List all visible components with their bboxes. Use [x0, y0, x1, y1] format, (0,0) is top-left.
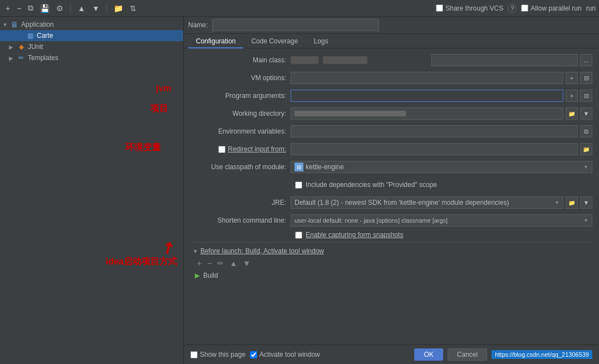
- program-args-input[interactable]: [291, 90, 563, 102]
- vm-options-row: VM options: + ⊟: [190, 71, 592, 85]
- add-config-button[interactable]: +: [3, 3, 12, 14]
- main-class-label: Main class:: [190, 56, 291, 64]
- main-class-grey-1: [291, 56, 318, 64]
- classpath-module-dropdown[interactable]: ▤ kettle-engine ▼: [291, 161, 592, 173]
- redirect-input-checkbox[interactable]: [218, 146, 225, 153]
- toolbar-right: Share through VCS ? Allow parallel run r…: [436, 4, 596, 13]
- main-toolbar: + − ⧉ 💾 ⚙ ▲ ▼ 📁 ⇅ Share through VCS ? Al…: [0, 0, 599, 17]
- redirect-input-field[interactable]: [291, 143, 578, 155]
- name-input[interactable]: [212, 19, 379, 31]
- ok-button[interactable]: OK: [414, 348, 443, 361]
- include-deps-row: Include dependencies with "Provided" sco…: [190, 178, 592, 192]
- working-dir-label: Working directory:: [190, 110, 291, 117]
- before-launch-collapse-icon[interactable]: ▼: [193, 248, 198, 254]
- classpath-module-control: ▤ kettle-engine ▼: [291, 161, 592, 173]
- activate-tool-checkbox[interactable]: [250, 351, 257, 358]
- main-class-grey-2: [323, 56, 367, 64]
- sidebar-item-templates[interactable]: ▶ ✏ Templates: [0, 52, 183, 63]
- shorten-cmd-arrow-icon: ▼: [583, 218, 588, 223]
- jre-label: JRE:: [190, 199, 291, 206]
- include-deps-checkbox[interactable]: [295, 181, 302, 189]
- main-class-value-area: [291, 56, 429, 64]
- vm-options-control: + ⊟: [291, 72, 592, 84]
- cancel-button[interactable]: Cancel: [448, 348, 487, 361]
- jre-value: Default (1.8 (2) - newest SDK from 'kett…: [294, 199, 554, 206]
- save-config-button[interactable]: 💾: [38, 3, 52, 14]
- tab-code-coverage[interactable]: Code Coverage: [243, 35, 306, 48]
- sidebar-item-carte-label: Carte: [37, 32, 53, 40]
- vm-options-input[interactable]: [291, 72, 563, 84]
- jre-browse-button[interactable]: 📁: [566, 196, 578, 209]
- enable-capturing-label[interactable]: Enable capturing form snapshots: [306, 231, 403, 239]
- copy-config-button[interactable]: ⧉: [26, 2, 36, 14]
- env-vars-input[interactable]: [291, 125, 578, 137]
- show-page-container: Show this page: [190, 351, 246, 358]
- working-dir-display: [291, 107, 563, 120]
- env-annotation: 环境变量: [125, 142, 161, 154]
- working-dir-browse-button[interactable]: 📁: [566, 107, 578, 120]
- vm-options-expand-button[interactable]: +: [566, 72, 578, 84]
- program-args-row: Program arguments: + ⊟: [190, 88, 592, 103]
- bl-edit-button[interactable]: ✏: [215, 258, 226, 268]
- jre-dropdown-btn[interactable]: ▼: [580, 196, 592, 209]
- settings-button[interactable]: ⚙: [54, 3, 66, 14]
- program-args-expand2-button[interactable]: ⊟: [580, 90, 592, 102]
- activate-tool-label: Activate tool window: [259, 351, 320, 358]
- sidebar-item-junit[interactable]: ▶ ◆ JUnit: [0, 41, 183, 52]
- vm-options-expand2-button[interactable]: ⊟: [580, 72, 592, 84]
- working-dir-dropdown-button[interactable]: ▼: [580, 107, 592, 120]
- templates-arrow-icon: ▶: [9, 55, 17, 61]
- env-vars-copy-button[interactable]: ⧉: [580, 125, 592, 137]
- main-class-input[interactable]: [431, 54, 578, 66]
- move-down-button[interactable]: ▼: [90, 3, 102, 14]
- share-vcs-label[interactable]: Share through VCS: [436, 4, 503, 12]
- bl-up-button[interactable]: ▲: [227, 258, 239, 268]
- main-class-control: ...: [291, 54, 592, 66]
- name-bar: Name:: [184, 17, 599, 34]
- redirect-input-browse-button[interactable]: 📁: [580, 143, 592, 155]
- remove-config-button[interactable]: −: [14, 3, 23, 14]
- env-vars-control: ⧉: [291, 125, 592, 137]
- before-launch-toolbar: + − ✏ ▲ ▼: [190, 258, 592, 268]
- csdn-link[interactable]: https://blog.csdn.net/qq_21306539: [492, 350, 592, 359]
- junit-arrow-icon: ▶: [9, 44, 17, 50]
- config-form: Main class: ... VM options: + ⊟: [184, 48, 599, 345]
- bl-remove-button[interactable]: −: [205, 258, 214, 268]
- allow-parallel-label[interactable]: Allow parallel run: [521, 4, 581, 12]
- classpath-module-value: kettle-engine: [306, 163, 583, 171]
- tab-logs[interactable]: Logs: [306, 35, 336, 48]
- before-launch-section: ▼ Before launch: Build, Activate tool wi…: [190, 242, 592, 281]
- program-args-label: Program arguments:: [190, 92, 291, 100]
- main-class-browse-button[interactable]: ...: [580, 54, 592, 66]
- jre-dropdown[interactable]: Default (1.8 (2) - newest SDK from 'kett…: [291, 196, 563, 209]
- bl-down-button[interactable]: ▼: [240, 258, 253, 268]
- sidebar-item-junit-label: JUnit: [28, 43, 43, 51]
- enable-capturing-checkbox[interactable]: [295, 232, 302, 239]
- folder-button[interactable]: 📁: [111, 3, 125, 14]
- sort-button[interactable]: ⇅: [127, 3, 139, 14]
- bl-add-button[interactable]: +: [195, 258, 204, 268]
- allow-parallel-checkbox[interactable]: [521, 4, 528, 12]
- build-row: ▶ Build: [190, 270, 592, 281]
- redirect-input-control: 📁: [291, 143, 592, 155]
- idea-annotation: idea启动项目方式: [106, 256, 177, 268]
- program-args-expand-button[interactable]: +: [566, 90, 578, 102]
- share-vcs-checkbox[interactable]: [436, 4, 443, 12]
- app-icon: 🖥: [10, 20, 19, 29]
- shorten-cmd-value: user-local default: none - java [options…: [294, 217, 583, 224]
- tab-configuration[interactable]: Configuration: [188, 35, 243, 48]
- share-vcs-help-icon[interactable]: ?: [508, 4, 517, 13]
- sidebar-item-application[interactable]: ▼ 🖥 Application: [0, 19, 183, 30]
- env-vars-row: Environment variables: ⧉: [190, 124, 592, 139]
- wd-grey-block: [294, 111, 406, 116]
- shorten-cmd-label: Shorten command line:: [190, 217, 291, 224]
- vm-options-label: VM options:: [190, 74, 291, 82]
- before-launch-header: ▼ Before launch: Build, Activate tool wi…: [190, 246, 592, 256]
- include-deps-label: Include dependencies with "Provided" sco…: [306, 181, 437, 189]
- sidebar-item-carte[interactable]: ▦ Carte: [0, 30, 183, 41]
- annotation-arrow-icon: ↗: [158, 237, 178, 259]
- shorten-cmd-control: user-local default: none - java [options…: [291, 214, 592, 227]
- shorten-cmd-dropdown[interactable]: user-local default: none - java [options…: [291, 214, 592, 227]
- show-page-checkbox[interactable]: [190, 351, 198, 358]
- move-up-button[interactable]: ▲: [75, 3, 87, 14]
